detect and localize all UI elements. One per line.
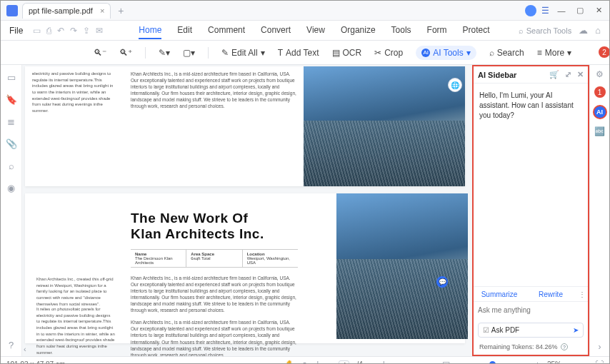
tokens-remaining: Remaining Tokens: 84.26% ? (474, 342, 588, 355)
cart-icon[interactable]: 🛒 (549, 70, 559, 79)
print-icon[interactable]: ⎙ (46, 26, 51, 36)
rewrite-button[interactable]: Rewrite (525, 290, 576, 298)
toolbar: 🔍︎⁻ 🔍︎⁺ ✎▾ ▢▾ ✎ Edit All▾ T Add Text ▤ O… (1, 41, 609, 65)
new-tab-button[interactable]: + (114, 5, 128, 16)
page-navigation: |‹ ‹ 4 /4 › ›| (316, 360, 385, 365)
translate-badge[interactable]: 🌐 (448, 78, 462, 92)
page-3: electricity and passive building designs… (25, 66, 465, 186)
add-text-tool[interactable]: T Add Text (278, 48, 319, 58)
zoom-out-icon[interactable]: − (473, 360, 478, 365)
redo-icon[interactable]: ↷ (70, 26, 77, 36)
send-icon[interactable]: ➤ (573, 326, 579, 334)
ai-tools-button[interactable]: AIAI Tools▾ (416, 46, 476, 60)
ocr-tool[interactable]: ▤ OCR (332, 48, 362, 58)
search-button[interactable]: ⌕ Search (489, 48, 524, 58)
highlight-tool[interactable]: ✎▾ (159, 48, 170, 58)
page-text: Khan Architects Inc., is a mid-sized arc… (125, 66, 304, 186)
cloud-icon[interactable]: ☁ (579, 25, 588, 36)
read-mode-icon[interactable]: ▭ (580, 360, 588, 365)
select-tool-icon[interactable]: ↖ (302, 360, 309, 365)
zoom-in-icon[interactable]: + (535, 360, 540, 365)
share-icon[interactable]: ⇪ (83, 26, 90, 36)
ai-sidebar-title: AI Sidebar (478, 71, 516, 79)
ai-floating-button[interactable]: 💬 (436, 276, 448, 288)
ai-sidebar: AI Sidebar 🛒 ⤢ ✕ Hello, I'm Lumi, your A… (472, 65, 589, 356)
doc-headline: The New Work Of Klan Architects Inc. (125, 193, 304, 249)
tab-home[interactable]: Home (139, 22, 161, 39)
page-text: It relies on photovoltaic panels for ele… (29, 302, 122, 356)
layers-icon[interactable]: ≣ (7, 116, 15, 127)
tab-view[interactable]: View (306, 22, 325, 39)
edit-all-tool[interactable]: ✎ Edit All▾ (221, 48, 265, 58)
fullscreen-icon[interactable]: ⛶ (595, 360, 604, 365)
tab-convert[interactable]: Convert (261, 22, 291, 39)
mail-icon[interactable]: ✉ (96, 26, 103, 36)
settings-sliders-icon[interactable]: ⚙ (596, 69, 604, 79)
zoom-dropdown-icon[interactable]: ▾ (569, 360, 573, 365)
page-text: electricity and passive building designs… (25, 66, 125, 186)
menu-tabs: Home Edit Comment Convert View Organize … (139, 22, 489, 39)
crop-tool[interactable]: ✂ Crop (374, 48, 403, 58)
thumbnails-icon[interactable]: ▭ (7, 72, 16, 83)
page-total: /4 (356, 360, 362, 364)
maximize-button[interactable]: ▢ (572, 4, 588, 18)
search-tools[interactable]: ⌕ Search Tools (519, 26, 571, 35)
page-number-input[interactable]: 4 (339, 360, 349, 365)
tab-form[interactable]: Form (427, 22, 447, 39)
file-menu[interactable]: File (4, 26, 29, 36)
next-page-icon[interactable]: › (370, 360, 373, 365)
titlebar: ppt file-sample.pdf × + ☰ — ▢ ✕ (1, 1, 609, 21)
translate-rail-icon[interactable]: 🔤 (594, 126, 605, 136)
ai-action-bar: Summarize Rewrite ⋮ (474, 286, 588, 302)
home-icon[interactable]: ⌂ (595, 25, 601, 36)
more-actions-icon[interactable]: ⋮ (576, 290, 588, 298)
app-menu-icon[interactable]: ☰ (539, 5, 551, 16)
page-dimensions: 101.93 x 47.87 cm (6, 360, 65, 364)
zoom-value: 25% (547, 360, 561, 364)
tokens-help-icon[interactable]: ? (561, 343, 568, 350)
ai-rail-button[interactable]: AI (593, 105, 607, 119)
close-tab-icon[interactable]: × (100, 6, 104, 15)
tab-protect[interactable]: Protect (463, 22, 490, 39)
page-image (304, 66, 465, 186)
tab-edit[interactable]: Edit (177, 22, 192, 39)
shape-tool[interactable]: ▢▾ (183, 48, 195, 58)
fit-width-icon[interactable]: ↔ (457, 360, 466, 365)
ask-pdf-box[interactable]: ☑ Ask PDF ➤ (478, 323, 584, 338)
tab-title: ppt file-sample.pdf (29, 6, 93, 15)
document-viewport[interactable]: electricity and passive building designs… (22, 65, 472, 356)
undo-icon[interactable]: ↶ (57, 26, 64, 36)
prev-page-icon[interactable]: ‹ (329, 360, 331, 365)
close-sidebar-icon[interactable]: ✕ (577, 70, 584, 79)
last-page-icon[interactable]: ›| (380, 360, 385, 365)
user-avatar[interactable] (525, 5, 536, 16)
callout-2: 2 (599, 46, 610, 58)
separator (145, 47, 146, 59)
attachments-icon[interactable]: 📎 (6, 138, 17, 149)
page-image-right (336, 193, 468, 339)
more-button[interactable]: ≡ More▾ (537, 48, 571, 58)
bookmarks-icon[interactable]: 🔖 (6, 94, 17, 105)
stamps-icon[interactable]: ◉ (7, 183, 15, 193)
search-panel-icon[interactable]: ⌕ (9, 161, 14, 171)
first-page-icon[interactable]: |‹ (316, 360, 321, 365)
zoom-out-button[interactable]: 🔍︎⁻ (94, 48, 106, 58)
tab-organize[interactable]: Organize (341, 22, 376, 39)
document-tab[interactable]: ppt file-sample.pdf × (22, 3, 111, 19)
help-icon[interactable]: ? (9, 340, 14, 350)
statusbar: 101.93 x 47.87 cm ✋ ↖ |‹ ‹ 4 /4 › ›| ▣ ↔… (1, 356, 609, 364)
scroll-right-icon[interactable]: › (599, 342, 601, 352)
close-window-button[interactable]: ✕ (591, 4, 606, 18)
summarize-button[interactable]: Summarize (474, 290, 525, 298)
page-text: Khan Architects Inc., is a mid-sized arc… (125, 273, 304, 318)
scroll-left-icon[interactable]: ‹ (24, 345, 26, 353)
hand-tool-icon[interactable]: ✋ (284, 360, 295, 365)
save-icon[interactable]: ▭ (33, 26, 41, 36)
zoom-in-button[interactable]: 🔍︎⁺ (119, 48, 132, 58)
tab-tools[interactable]: Tools (391, 22, 411, 39)
fit-page-icon[interactable]: ▣ (442, 360, 450, 365)
minimize-button[interactable]: — (554, 4, 569, 18)
expand-icon[interactable]: ⤢ (565, 70, 571, 79)
tab-comment[interactable]: Comment (208, 22, 245, 39)
ai-input[interactable] (474, 302, 588, 318)
